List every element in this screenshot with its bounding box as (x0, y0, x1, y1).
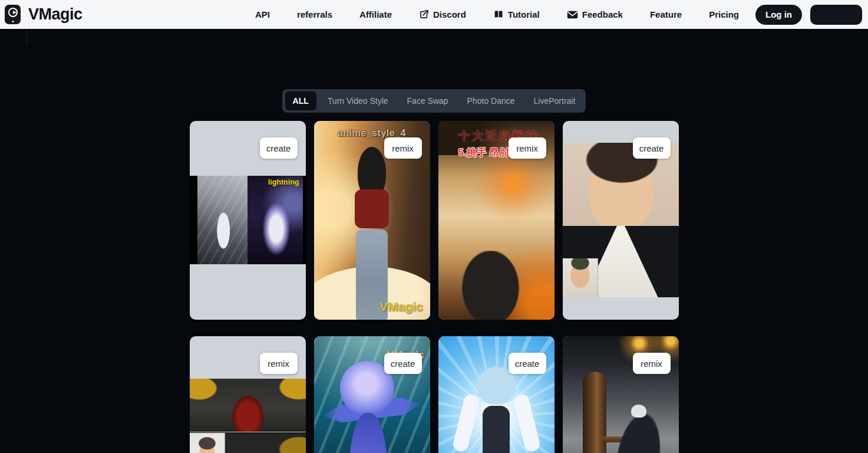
source-face-inset (563, 258, 598, 297)
overlay-caption-subtitle: 5.挑手 昂肘 (458, 146, 510, 159)
header-divider-artifact (27, 29, 27, 45)
gallery-grid: lightning create anime_style_4 VMagic re… (190, 121, 679, 453)
open-book-icon (493, 9, 504, 19)
thumbnail-art (355, 189, 389, 228)
gallery-card-photo-dance-lightning[interactable]: lightning create (190, 121, 306, 320)
nav-item-api[interactable]: API (255, 9, 270, 19)
play-circle-icon (8, 8, 18, 17)
log-in-button[interactable]: Log in (755, 5, 802, 25)
gallery-card-anime-style[interactable]: anime_style_4 VMagic remix (314, 121, 430, 320)
envelope-icon (567, 10, 578, 19)
vmagic-watermark: VMagic (379, 300, 423, 314)
remix-button[interactable]: remix (509, 137, 546, 159)
video-thumbnail[interactable]: lightning (190, 176, 306, 264)
video-thumbnail[interactable] (563, 143, 679, 297)
gallery-card-kungfu[interactable]: 十大近身殿法 5.挑手 昂肘 remix (438, 121, 555, 320)
gallery-card-blue-anime-girl[interactable]: create (438, 336, 555, 453)
main-nav: API referrals Affiliate Discord (255, 9, 739, 19)
tab-all[interactable]: ALL (285, 91, 316, 110)
nav-item-feedback[interactable]: Feedback (567, 9, 623, 19)
external-link-icon (419, 9, 429, 19)
create-button[interactable]: create (384, 353, 422, 374)
tab-face-swap[interactable]: Face Swap (400, 91, 456, 110)
overlay-label: lightning (268, 178, 299, 186)
nav-item-discord[interactable]: Discord (419, 9, 466, 19)
remix-button[interactable]: remix (384, 137, 422, 159)
thumbnail-art (512, 393, 541, 452)
gallery-card-dojo[interactable]: remix (563, 336, 679, 453)
gallery-card-ironman-swap[interactable]: remix (190, 336, 306, 453)
gallery-card-face-swap[interactable]: create (563, 121, 679, 320)
thumbnail-art (631, 405, 646, 418)
gallery-page: ALL Turn Video Style Face Swap Photo Dan… (0, 89, 868, 453)
source-face-inset (190, 433, 225, 453)
thumbnail-art (451, 393, 480, 452)
tab-photo-dance[interactable]: Photo Dance (460, 91, 523, 110)
remix-button[interactable]: remix (260, 353, 298, 374)
nav-item-feature[interactable]: Feature (650, 9, 682, 19)
home-dot (12, 21, 14, 22)
nav-item-pricing[interactable]: Pricing (709, 9, 739, 19)
top-navigation-bar: VMagic API referrals Affiliate Discord (0, 0, 868, 29)
video-thumbnail[interactable] (190, 379, 306, 432)
nav-item-affiliate[interactable]: Affiliate (359, 9, 392, 19)
category-tabbar: ALL Turn Video Style Face Swap Photo Dan… (282, 89, 586, 113)
remix-button[interactable]: remix (633, 353, 671, 374)
vmagic-logo-icon[interactable] (5, 5, 21, 24)
create-button[interactable]: create (260, 137, 298, 159)
nav-item-referrals[interactable]: referrals (297, 9, 332, 19)
thumbnail-art (190, 379, 306, 432)
thumbnail-art (483, 406, 510, 453)
create-button[interactable]: create (509, 353, 546, 374)
blank-dark-button[interactable] (810, 5, 862, 25)
video-thumbnail[interactable] (190, 432, 306, 453)
gallery-card-underwater[interactable]: VMagic create (314, 336, 430, 453)
tab-liveportrait[interactable]: LivePortrait (526, 91, 583, 110)
thumbnail-stylized-dancer: lightning (247, 176, 303, 264)
tab-turn-video-style[interactable]: Turn Video Style (320, 91, 396, 110)
thumbnail-source-dancer (197, 176, 247, 264)
create-button[interactable]: create (633, 137, 671, 159)
nav-item-tutorial[interactable]: Tutorial (493, 9, 540, 19)
brand-name[interactable]: VMagic (28, 5, 82, 24)
